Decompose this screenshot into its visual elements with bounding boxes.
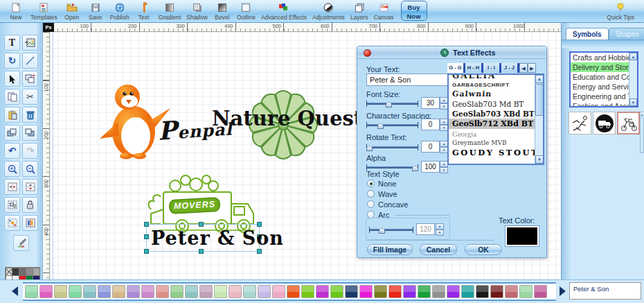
font-list-item[interactable]: GeoSlab703 XBd BT [449,109,535,119]
character-spacing-slider[interactable] [366,119,418,130]
font-tab-g[interactable]: G - G [447,63,465,73]
color-swatch[interactable] [54,285,67,298]
zoom-in-tool[interactable] [4,161,20,177]
new-button[interactable]: New [4,1,28,22]
category-item[interactable]: Education and Coun [571,72,629,82]
color-swatch[interactable] [388,285,402,298]
text-button[interactable]: Text [132,1,156,22]
truck-badge-symbol[interactable] [593,112,616,135]
color-swatch[interactable] [534,285,547,298]
text-tool[interactable]: T [4,35,20,51]
paste-tool[interactable] [4,107,20,123]
selection-handle-sw[interactable] [144,249,149,254]
scroll-up-icon[interactable]: ▲ [641,112,644,118]
color-swatch[interactable] [258,285,271,298]
current-text-field[interactable]: Peter & Son [569,282,641,300]
cancel-button[interactable]: Cancel [420,244,457,255]
color-swatch[interactable] [447,285,460,298]
copy-tool[interactable] [4,89,20,105]
bevel-button[interactable]: Bevel [211,1,234,22]
category-item[interactable]: Fashion and Access [571,101,629,107]
cut-tool[interactable]: ✂ [22,89,38,105]
runner-delivery-symbol[interactable] [569,112,591,135]
nature-quest-logo-text[interactable]: Nature Quest [212,107,363,130]
scroll-up-icon[interactable]: ▲ [629,53,637,60]
group-tool[interactable] [4,197,20,213]
font-list-item[interactable]: Galwnin [448,89,535,99]
text-style-wave-radio[interactable] [367,190,375,198]
color-swatch[interactable] [243,285,256,298]
rotate-tool[interactable]: ↻ [4,53,20,69]
font-list[interactable]: GALLIA GARBAGESCHRIFT Galwnin GeoSlab703… [447,73,544,165]
color-swatch[interactable] [461,285,474,298]
font-tab-j[interactable]: J - J [501,63,519,73]
text-style-concave-radio[interactable] [367,200,375,208]
advanced-effects-button[interactable]: Advanced Effects [258,1,310,22]
tab-shapes[interactable]: Shapes [609,28,644,40]
lock-tool[interactable] [22,197,38,213]
distribute-objects-tool[interactable] [22,215,38,231]
character-spacing-value[interactable]: 0 [421,119,440,130]
scroll-down-icon[interactable]: ▼ [535,155,544,164]
category-item[interactable]: Engineering and Too [571,92,629,101]
color-swatch[interactable] [272,285,285,298]
color-swatch[interactable] [69,285,82,298]
font-list-item-selected[interactable]: GeoSlb712 XBd BT [449,119,535,129]
color-swatch[interactable] [505,285,518,298]
selection-handle-w[interactable] [144,234,149,239]
close-icon[interactable] [364,49,371,57]
category-item-selected[interactable]: Delivery and Storag [571,62,629,72]
eyedropper-tool[interactable] [13,235,29,251]
color-swatch[interactable] [112,285,125,298]
color-swatch[interactable] [156,285,169,298]
font-tab-h[interactable]: H - H [465,63,483,73]
font-tabs-next-icon[interactable]: ▶ [528,63,536,73]
bring-forward-tool[interactable] [4,125,20,141]
font-list-item[interactable]: Georgia [449,129,535,139]
duplicate-tool[interactable] [22,71,38,87]
color-swatch[interactable] [330,285,343,298]
color-swatch[interactable] [229,285,242,298]
delete-tool[interactable] [22,107,38,123]
outline-button[interactable]: Outline [234,1,258,22]
send-backward-tool[interactable] [22,125,38,141]
save-button[interactable]: Save [84,1,107,22]
rotate-text-value[interactable]: 0 [421,141,440,153]
arc-size-slider[interactable] [369,224,413,235]
text-color-swatch[interactable] [505,225,539,247]
alpha-value[interactable]: 100 [421,161,440,173]
gradient-button[interactable]: Gradient [156,1,184,22]
font-list-scrollbar[interactable]: ▲ ▼ [535,75,543,164]
color-swatch[interactable] [490,285,503,298]
selection-handle-ne[interactable] [257,222,262,227]
flip-horizontal-tool[interactable] [4,179,20,195]
color-swatch[interactable] [374,285,387,298]
movers-badge[interactable]: MOVERS [169,197,221,214]
select-tool[interactable] [4,71,20,87]
category-item[interactable]: Crafts and Hobbies [571,53,629,62]
color-swatch[interactable] [403,285,416,298]
font-list-item[interactable]: GARBAGESCHRIFT [449,81,535,89]
color-swatch[interactable] [98,285,111,298]
swatch-scroll-right-icon[interactable] [560,286,566,296]
category-scrollbar[interactable]: ▲ ▼ [629,53,637,106]
font-list-item[interactable]: Greymantle MVB [449,139,535,147]
align-objects-tool[interactable] [4,215,20,231]
color-swatch[interactable] [214,285,227,298]
color-swatch[interactable] [476,285,489,298]
text-style-none-radio[interactable] [367,180,375,187]
rotate-text-slider[interactable] [366,141,418,153]
color-swatch[interactable] [432,285,445,298]
color-swatch[interactable] [359,285,373,298]
color-swatch[interactable] [301,285,314,298]
selection-handle-nw[interactable] [144,222,149,227]
color-swatch[interactable] [418,285,431,298]
tab-symbols[interactable]: Symbols [566,28,609,40]
selection-handle-n[interactable] [199,222,204,227]
symbol-category-list[interactable]: Crafts and Hobbies Delivery and Storag E… [569,51,638,107]
color-swatch[interactable] [83,285,96,298]
selection-handle-s[interactable] [199,249,204,254]
layers-button[interactable]: Layers [348,1,371,22]
selection-handle-se[interactable] [257,249,262,254]
insert-image-tool[interactable] [22,35,38,51]
